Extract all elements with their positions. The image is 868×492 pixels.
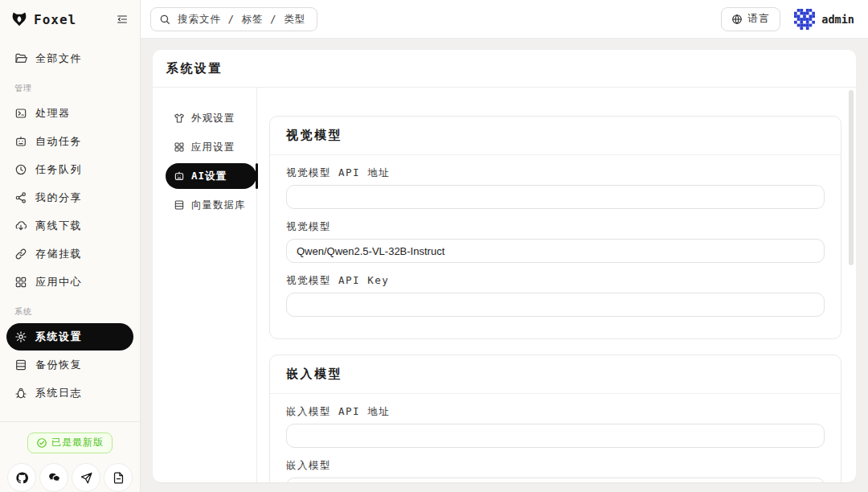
content-area: 系统设置 外观设置 应用设置: [141, 39, 868, 492]
section-header: 视觉模型: [270, 117, 841, 155]
telegram-icon: [80, 471, 93, 485]
sidebar-header: Foxel: [0, 0, 140, 39]
fox-logo-icon: [10, 10, 28, 28]
page-title: 系统设置: [166, 61, 223, 76]
topbar-right: 语言 admin: [721, 7, 854, 31]
tabs-divider: [256, 88, 257, 482]
shirt-icon: [174, 113, 185, 124]
vision-model-input[interactable]: [286, 239, 825, 263]
embedding-model-input[interactable]: [286, 478, 825, 482]
sidebar-nav: 全部文件 管理 处理器 自动任务 任务队列 我的分享: [0, 39, 140, 421]
wechat-link-button[interactable]: [39, 463, 68, 492]
sidebar-section-management: 管理: [14, 83, 133, 94]
tab-ai-settings[interactable]: AI设置: [166, 163, 256, 189]
user-menu[interactable]: admin: [794, 9, 854, 30]
database-icon: [174, 199, 185, 211]
sidebar-item-auto-tasks[interactable]: 自动任务: [6, 128, 133, 155]
social-links: [0, 463, 140, 492]
tab-vector-database[interactable]: 向量数据库: [166, 192, 256, 218]
vision-api-address-input[interactable]: [286, 185, 825, 209]
sidebar-item-label: 我的分享: [35, 191, 82, 205]
sidebar-item-backup-restore[interactable]: 备份恢复: [6, 351, 133, 379]
embedding-api-address-input[interactable]: [286, 424, 825, 448]
section-header: 嵌入模型: [270, 355, 841, 394]
sidebar: Foxel 全部文件 管理 处理器 自动任务: [0, 0, 141, 492]
sidebar-item-system-logs[interactable]: 系统日志: [6, 379, 133, 407]
docs-link-button[interactable]: [104, 463, 133, 492]
clock-icon: [14, 163, 27, 176]
section-title: 嵌入模型: [286, 367, 342, 381]
sidebar-item-system-settings[interactable]: 系统设置: [6, 323, 133, 351]
sidebar-item-label: 存储挂载: [35, 247, 82, 261]
terminal-icon: [14, 107, 27, 120]
scrollbar-thumb[interactable]: [849, 90, 854, 265]
cloud-download-icon: [14, 219, 27, 232]
tab-app-settings[interactable]: 应用设置: [166, 134, 256, 160]
field-label: 视觉模型 API 地址: [286, 166, 825, 179]
tab-label: AI设置: [191, 170, 227, 183]
search-box[interactable]: [150, 7, 317, 31]
embedding-model-section: 嵌入模型 嵌入模型 API 地址 嵌入模型: [269, 355, 841, 482]
bug-icon: [14, 387, 27, 400]
document-icon: [112, 471, 125, 485]
settings-tabs: 外观设置 应用设置 AI设置: [166, 88, 256, 482]
username: admin: [821, 13, 854, 26]
vision-api-key-input[interactable]: [286, 293, 825, 317]
sidebar-item-label: 任务队列: [35, 162, 82, 177]
sidebar-item-label: 全部文件: [35, 51, 82, 66]
sidebar-item-all-files[interactable]: 全部文件: [6, 45, 133, 72]
apps-grid-icon: [174, 141, 185, 153]
sidebar-item-processors[interactable]: 处理器: [6, 100, 133, 127]
search-icon: [159, 14, 170, 25]
language-label: 语言: [747, 12, 770, 26]
topbar: 语言 admin: [141, 0, 868, 39]
sidebar-footer: 已是最新版: [0, 421, 140, 492]
globe-icon: [731, 14, 743, 25]
share-icon: [14, 191, 27, 204]
tab-label: 应用设置: [191, 141, 235, 154]
search-input[interactable]: [176, 12, 309, 26]
sidebar-item-task-queue[interactable]: 任务队列: [6, 156, 133, 183]
tab-appearance-settings[interactable]: 外观设置: [166, 105, 256, 131]
section-title: 视觉模型: [286, 128, 342, 142]
avatar: [794, 9, 815, 30]
apps-grid-icon: [14, 276, 27, 289]
field-label: 视觉模型: [286, 220, 825, 233]
sidebar-item-label: 自动任务: [35, 134, 82, 149]
app-logo[interactable]: Foxel: [10, 10, 76, 28]
field-label: 视觉模型 API Key: [286, 274, 825, 287]
folder-open-icon: [14, 52, 27, 65]
sidebar-item-app-center[interactable]: 应用中心: [6, 269, 133, 296]
sidebar-item-label: 应用中心: [35, 275, 82, 289]
github-icon: [15, 471, 29, 485]
sidebar-item-label: 离线下载: [35, 219, 82, 233]
robot-icon: [174, 170, 185, 182]
vision-model-section: 视觉模型 视觉模型 API 地址 视觉模型 视觉模型 API Key: [269, 116, 841, 339]
language-button[interactable]: 语言: [721, 7, 780, 31]
sidebar-item-label: 处理器: [35, 106, 71, 121]
sidebar-section-system: 系统: [14, 306, 133, 318]
sidebar-item-my-shares[interactable]: 我的分享: [6, 184, 133, 211]
settings-card-body: 外观设置 应用设置 AI设置: [153, 88, 856, 482]
sidebar-item-storage-mounts[interactable]: 存储挂载: [6, 240, 133, 268]
robot-icon: [14, 135, 27, 148]
telegram-link-button[interactable]: [72, 463, 100, 492]
github-link-button[interactable]: [7, 463, 36, 492]
version-badge-label: 已是最新版: [51, 436, 104, 449]
link-icon: [14, 248, 27, 260]
app-name: Foxel: [34, 12, 76, 27]
sidebar-collapse-button[interactable]: [116, 13, 129, 26]
settings-form: 视觉模型 视觉模型 API 地址 视觉模型 视觉模型 API Key: [269, 88, 841, 482]
main-area: 语言 admin 系统设置 外观设置: [141, 0, 868, 492]
sidebar-item-label: 系统设置: [35, 330, 82, 344]
sidebar-item-label: 系统日志: [35, 386, 82, 400]
settings-card: 系统设置 外观设置 应用设置: [153, 50, 856, 482]
section-body: 视觉模型 API 地址 视觉模型 视觉模型 API Key: [270, 166, 841, 338]
sidebar-item-offline-download[interactable]: 离线下载: [6, 212, 133, 240]
check-circle-icon: [36, 437, 47, 449]
sidebar-item-label: 备份恢复: [35, 358, 82, 372]
wechat-icon: [47, 471, 61, 485]
version-badge[interactable]: 已是最新版: [27, 433, 113, 453]
section-body: 嵌入模型 API 地址 嵌入模型: [270, 405, 841, 482]
field-label: 嵌入模型: [286, 459, 825, 472]
